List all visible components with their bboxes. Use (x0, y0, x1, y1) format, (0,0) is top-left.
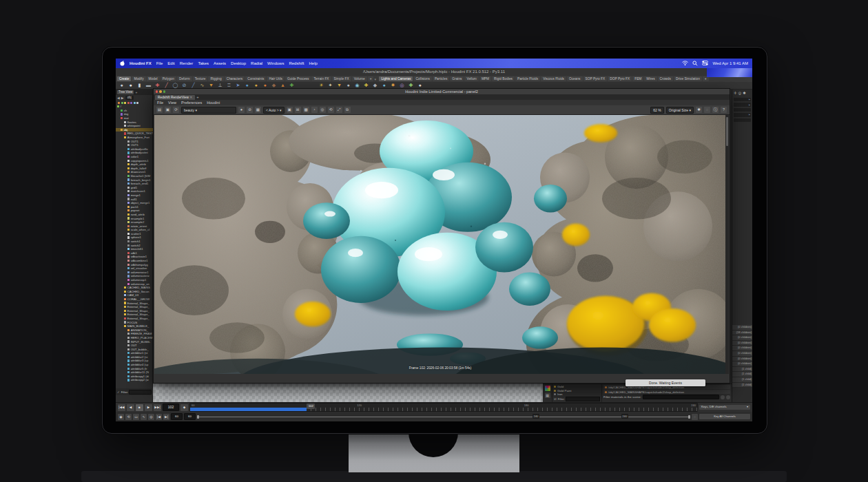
shelf-tab[interactable]: Viscous Fluids (541, 76, 566, 81)
shelf-tab[interactable]: Characters (225, 76, 245, 81)
shelf-tab[interactable]: FEM (632, 76, 643, 81)
range-slider[interactable]: 240 240 (197, 414, 690, 419)
menubar-item-help[interactable]: Help (309, 61, 317, 65)
render-image[interactable]: Frame 102: 2026-02-06 20:03:58 (1m 54s) (154, 115, 726, 374)
open-folder-icon[interactable]: ▤ (156, 107, 163, 113)
ab-compare-icon[interactable]: ● (238, 107, 245, 113)
shelf-tab[interactable]: Texture (193, 76, 208, 81)
menu-view[interactable]: View (168, 101, 176, 105)
shelf-tab[interactable]: Model (147, 76, 160, 81)
expand-icon[interactable]: ⤢ (336, 107, 342, 113)
current-frame-field[interactable]: 102 (163, 404, 179, 411)
filter-img-icon[interactable] (130, 102, 132, 104)
playback-start-field[interactable]: 60 (184, 413, 196, 420)
filter-dop-icon[interactable] (124, 102, 126, 104)
shelf-tab[interactable]: MPM (479, 76, 491, 81)
shelf-tab[interactable]: + (368, 76, 374, 81)
material-row[interactable]: Iron (554, 392, 600, 396)
shelf-tab[interactable]: Deform (177, 76, 192, 81)
render-pass-select[interactable]: beauty ▾ (181, 107, 236, 114)
region-render-icon[interactable]: ⊘ (247, 107, 253, 113)
shelf-tab[interactable]: Particle Fluids (515, 76, 540, 81)
shelf-tool-icon[interactable]: ▬ (145, 82, 152, 89)
tab-tree-view[interactable]: Tree View (117, 90, 134, 94)
toggle-light-icon[interactable] (726, 395, 730, 399)
shelf-tab[interactable]: Drive Simulation (674, 76, 702, 81)
tab-close-icon[interactable]: ✕ (189, 96, 192, 99)
keyframe-icon[interactable]: ◆ (180, 404, 188, 411)
range-handle-right[interactable] (688, 415, 690, 419)
shelf-tab[interactable]: Grains (450, 76, 464, 81)
palette-icon[interactable] (545, 386, 550, 391)
filter-checkbox[interactable]: ☑ (554, 397, 557, 401)
step-end-icon[interactable]: ▶| (163, 414, 169, 420)
back-icon[interactable]: ◀ (117, 96, 120, 100)
shelf-tab[interactable]: Create (117, 76, 131, 81)
shelf-tab[interactable]: Rigging (208, 76, 223, 81)
scrollbar-thumb[interactable] (726, 117, 728, 146)
shelf-tab[interactable]: Particles (433, 76, 449, 81)
filter-checkbox[interactable]: ✓ (117, 390, 120, 394)
playhead[interactable]: 102 (307, 404, 315, 409)
shelf-tab[interactable]: Modify (132, 76, 145, 81)
tab-add-icon[interactable]: + (135, 90, 137, 94)
keys-display-dropdown[interactable]: Keys, D/E channels▾ (699, 405, 750, 409)
grid-view-icon[interactable]: ▦ (545, 392, 550, 398)
apple-logo-icon[interactable] (120, 61, 125, 67)
shelf-tab[interactable]: Guide Process (285, 76, 311, 81)
filter-sop-icon[interactable] (121, 102, 123, 104)
stop-icon[interactable]: ■ (136, 404, 143, 411)
menubar-item-redshift[interactable]: Redshift (289, 61, 304, 65)
range-handle-left[interactable] (197, 415, 199, 419)
materials-filter-input[interactable] (566, 397, 600, 401)
lock-icon[interactable]: ▣ (287, 107, 293, 113)
snapshot-icon[interactable]: ▣ (165, 107, 171, 113)
dopnet-icon[interactable]: ◎ (148, 414, 154, 420)
loop-icon[interactable]: ⟲ (125, 414, 132, 420)
shelf-tab[interactable]: Collisions (413, 76, 432, 81)
shelf-tab[interactable]: Constraints (245, 76, 266, 81)
menubar-item-file[interactable]: File (156, 61, 163, 65)
step-back-icon[interactable]: ◀ (127, 404, 134, 411)
menu-file[interactable]: File (157, 101, 163, 105)
help-icon[interactable]: ? (721, 107, 727, 113)
material-path-row[interactable]: /obj/CACHED_MAINSHAPE/rsquickshade2/shop… (603, 390, 730, 394)
render-window-titlebar[interactable]: Houdini Indie Limited-Commercial - panel… (154, 89, 730, 94)
menubar-item-render[interactable]: Render (180, 61, 194, 65)
menubar-item-app[interactable]: Houdini FX (130, 61, 152, 65)
toggle-dark-icon[interactable] (721, 395, 725, 399)
shelf-tab[interactable]: Wires (644, 76, 657, 81)
shelf-tool-icon[interactable]: ▮ (136, 82, 143, 89)
gear-icon[interactable]: ✱ (743, 91, 746, 95)
shelf-tab[interactable]: Hair Utils (267, 76, 284, 81)
search-icon[interactable] (692, 61, 698, 67)
go-start-icon[interactable]: |◀◀ (118, 404, 125, 411)
step-start-icon[interactable]: |◀ (156, 414, 162, 420)
filter-other-icon[interactable] (136, 102, 138, 104)
render-scrollbar[interactable] (725, 115, 729, 374)
shelf-tab[interactable]: Volume (352, 76, 367, 81)
menu-houdini[interactable]: Houdini (207, 101, 220, 105)
realtime-toggle-icon[interactable]: ◉ (118, 414, 124, 420)
gear-icon[interactable]: ✱ (696, 107, 702, 113)
timeline-ruler[interactable]: 60120180240 102 (189, 403, 698, 412)
parameter-field[interactable]: » (734, 113, 751, 116)
info-icon[interactable]: ⓘ (712, 107, 719, 113)
tree-path[interactable]: obj (125, 96, 134, 100)
menubar-item-edit[interactable]: Edit (167, 61, 174, 65)
crop-icon[interactable]: ▦ (255, 107, 261, 113)
shelf-tab[interactable]: Vellum (464, 76, 478, 81)
refresh-icon[interactable]: ⟳ (173, 107, 179, 113)
layers-icon[interactable]: ⧉ (344, 107, 351, 113)
magnifier-icon[interactable]: ◌ (692, 414, 698, 420)
shelf-tab[interactable]: Crowds (658, 76, 673, 81)
parameter-field[interactable] (734, 118, 751, 122)
play-icon[interactable]: ▶ (145, 404, 152, 411)
shelf-tab[interactable]: Terrain FX (311, 76, 331, 81)
simrange-icon[interactable]: ▭ (133, 414, 139, 420)
shelf-tool-icon[interactable]: ● (118, 82, 125, 89)
parameter-field[interactable]: » (734, 98, 751, 101)
shelf-tab[interactable]: Simple FX (332, 76, 351, 81)
menu-preferences[interactable]: Preferences (181, 101, 202, 105)
fit-select[interactable]: Original Size ▾ (666, 107, 694, 114)
